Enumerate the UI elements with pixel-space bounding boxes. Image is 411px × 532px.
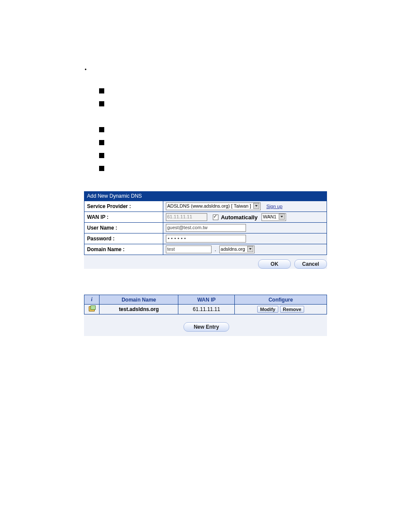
- chevron-down-icon: [253, 203, 259, 209]
- status-icon: [89, 306, 95, 311]
- user-name-input[interactable]: guest@test.com.tw: [166, 224, 246, 232]
- form-button-row: OK Cancel: [84, 255, 327, 269]
- ddns-form-panel: Add New Dynamic DNS Service Provider : A…: [84, 191, 327, 255]
- modify-button[interactable]: Modify: [257, 306, 278, 313]
- info-icon: i: [91, 296, 92, 302]
- ddns-listing-table: i Domain Name WAN IP Configure test.adsl…: [84, 295, 327, 314]
- cancel-button[interactable]: Cancel: [294, 259, 327, 269]
- instruction-item: Password：: [99, 137, 368, 148]
- instruction-list-2: User name： Password： Domain name： OK: [99, 124, 368, 174]
- col-header-info: i: [84, 295, 100, 305]
- domain-host-input[interactable]: test: [166, 246, 212, 253]
- instruction-item: Service Provider：: [99, 85, 368, 96]
- password-input[interactable]: ••••••: [166, 235, 246, 243]
- lead-bullet: ・: [82, 65, 368, 75]
- service-provider-select[interactable]: ADSLDNS (www.adsldns.org) [ Taiwan ]: [166, 202, 261, 210]
- label-domain-name: Domain Name :: [84, 244, 163, 255]
- wan-interface-value: WAN1: [263, 214, 276, 219]
- listing-footer: New Entry: [84, 314, 327, 336]
- col-header-wanip: WAN IP: [178, 295, 235, 305]
- dot-separator: .: [215, 246, 216, 252]
- instruction-continuation: WAN IP Automatically。: [111, 111, 368, 122]
- automatically-label: Automatically: [221, 214, 258, 221]
- automatically-checkbox[interactable]: [213, 215, 218, 220]
- ok-button[interactable]: OK: [258, 259, 291, 269]
- label-service-provider: Service Provider :: [84, 201, 163, 212]
- instruction-item: Domain name：: [99, 150, 368, 161]
- service-provider-value: ADSLDNS (www.adsldns.org) [ Taiwan ]: [167, 203, 251, 208]
- chevron-down-icon: [247, 246, 253, 252]
- col-header-domain: Domain Name: [100, 295, 178, 305]
- instruction-item: User name：: [99, 124, 368, 135]
- chevron-down-icon: [279, 214, 285, 220]
- instruction-item: Register for the DDNS Service Provider：: [99, 98, 368, 109]
- panel-header: Add New Dynamic DNS: [84, 191, 327, 201]
- label-password: Password :: [84, 233, 163, 244]
- instruction-list: Service Provider： Register for the DDNS …: [99, 85, 368, 109]
- col-header-configure: Configure: [235, 295, 327, 305]
- label-wan-ip: WAN IP :: [84, 212, 163, 223]
- domain-suffix-value: adsldns.org: [221, 246, 245, 252]
- instruction-item: OK: [99, 163, 368, 174]
- label-user-name: User Name :: [84, 223, 163, 233]
- remove-button[interactable]: Remove: [280, 306, 305, 313]
- wan-ip-input[interactable]: 61.11.11.11: [166, 213, 207, 221]
- cell-domain: test.adsldns.org: [100, 305, 178, 314]
- instructions-block: ・ Service Provider： Register for the DDN…: [0, 0, 411, 174]
- wan-interface-select[interactable]: WAN1: [262, 213, 286, 221]
- new-entry-button[interactable]: New Entry: [184, 322, 229, 332]
- signup-link[interactable]: Sign up: [266, 204, 282, 209]
- cell-wanip: 61.11.11.11: [178, 305, 235, 314]
- table-row: test.adsldns.org 61.11.11.11 Modify Remo…: [84, 305, 327, 314]
- domain-suffix-select[interactable]: adsldns.org: [219, 246, 255, 253]
